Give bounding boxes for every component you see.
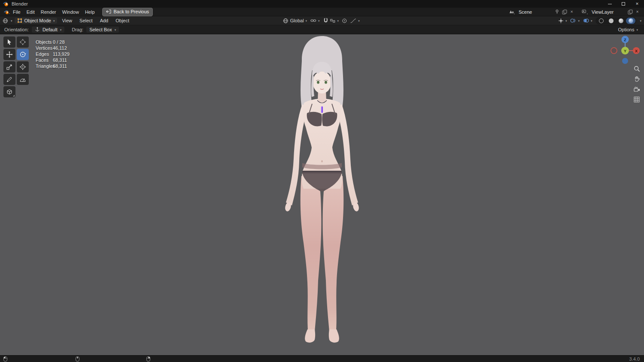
tool-transform[interactable] (17, 61, 29, 72)
grid-ortho-icon (634, 97, 640, 103)
viewlayer-name-field[interactable]: ViewLayer (589, 9, 626, 15)
drag-select[interactable]: Select Box ▾ (86, 27, 119, 33)
stat-label: Edges (36, 52, 53, 57)
magnet-icon (323, 18, 328, 23)
new-viewlayer-icon[interactable] (627, 9, 633, 15)
camera-icon (634, 87, 640, 92)
chevron-down-icon: ▾ (358, 19, 360, 22)
tool-select-box[interactable] (3, 36, 15, 48)
orientation-dropdown[interactable]: Global ▾ (283, 18, 307, 24)
tool-scale[interactable] (3, 61, 15, 72)
menu-render[interactable]: Render (38, 9, 59, 15)
close-button[interactable]: ✕ (630, 0, 644, 8)
viewlayer-browse-icon[interactable] (582, 9, 588, 15)
options-label: Options (618, 27, 635, 32)
options-button[interactable]: Options ▾ (617, 27, 640, 33)
menu-help[interactable]: Help (82, 9, 98, 15)
gizmo-z-label: Z (624, 38, 626, 42)
statistics-overlay: Objects0 / 28 Vertices46,112 Edges113,92… (36, 40, 70, 69)
orientation-value: Default (43, 27, 58, 32)
orientation-label: Orientation: (4, 27, 29, 32)
menu-edit[interactable]: Edit (24, 9, 38, 15)
show-gizmo-toggle[interactable]: ▾ (558, 18, 567, 24)
shading-solid-button[interactable] (606, 18, 616, 24)
toggle-view-button[interactable] (633, 96, 641, 103)
maximize-button[interactable] (617, 0, 630, 8)
menu-add[interactable]: Add (97, 17, 111, 24)
scene-browse-icon[interactable] (509, 9, 515, 15)
stat-value: 68,311 (53, 58, 70, 63)
show-overlays-toggle[interactable]: ▾ (570, 18, 580, 23)
viewport-side-controls (633, 65, 641, 103)
new-scene-icon[interactable] (561, 9, 568, 15)
global-orientation-icon (283, 18, 289, 24)
tool-cursor[interactable] (17, 36, 29, 48)
zoom-button[interactable] (633, 65, 641, 72)
shading-material-button[interactable] (616, 18, 626, 24)
add-cube-icon (6, 88, 13, 95)
snap-link-icon (310, 18, 316, 23)
shading-rendered-button[interactable] (626, 18, 635, 24)
menu-window[interactable]: Window (59, 9, 82, 15)
overlays-icon (570, 18, 576, 23)
title-bar: Blender ✕ (0, 0, 644, 8)
viewlayer-selector: ViewLayer ✕ (582, 9, 641, 15)
pan-button[interactable] (633, 75, 641, 83)
orientation-select[interactable]: Default ▾ (32, 27, 64, 33)
tool-settings-bar: Orientation: Default ▾ Drag: Select Box … (0, 25, 644, 34)
tool-move[interactable] (3, 49, 15, 60)
shading-wireframe-button[interactable] (596, 18, 606, 24)
chevron-down-icon: ▾ (578, 19, 580, 22)
snap-toggle-button[interactable]: ▾ (323, 18, 339, 23)
minimize-button[interactable] (603, 0, 617, 8)
navigation-gizmo[interactable]: Z X Y (609, 34, 641, 67)
falloff-curve-icon (350, 18, 356, 23)
xray-toggle[interactable]: ▾ (583, 18, 592, 23)
proportional-editing-button[interactable] (342, 18, 347, 23)
rendered-icon (629, 18, 633, 23)
menu-object[interactable]: Object (113, 17, 132, 24)
tool-add-cube[interactable] (3, 86, 15, 97)
falloff-dropdown[interactable]: ▾ (350, 18, 360, 23)
gizmo-axis-z-negative[interactable] (622, 58, 628, 64)
editor-type-button[interactable]: ▾ (3, 18, 12, 24)
mode-dropdown[interactable]: Object Mode ▾ (15, 18, 58, 24)
xray-icon (583, 18, 589, 23)
stat-label: Vertices (36, 46, 53, 51)
scene-name-field[interactable]: Scene (516, 9, 553, 15)
zoom-icon (634, 66, 640, 72)
drag-value: Select Box (89, 27, 112, 32)
orientation-mode-label: Global (290, 18, 304, 23)
camera-view-button[interactable] (633, 85, 641, 93)
chevron-down-icon: ▾ (11, 19, 12, 22)
tool-annotate[interactable] (3, 74, 15, 85)
measure-icon (19, 76, 26, 83)
menu-view[interactable]: View (59, 17, 75, 24)
chevron-down-icon: ▾ (115, 28, 116, 31)
shading-options-chevron-icon[interactable]: ▾ (640, 19, 641, 22)
snap-target-dropdown[interactable]: ▾ (310, 18, 320, 23)
stat-value: 0 / 28 (53, 40, 70, 45)
app-menu-icon[interactable] (3, 9, 10, 15)
hand-icon (634, 76, 640, 82)
transform-icon (19, 63, 26, 70)
menu-select[interactable]: Select (77, 17, 95, 24)
chevron-down-icon: ▾ (306, 19, 307, 22)
menu-file[interactable]: File (10, 9, 24, 15)
viewport-3d[interactable]: Objects0 / 28 Vertices46,112 Edges113,92… (0, 34, 644, 355)
stat-value: 68,311 (53, 64, 70, 69)
pin-icon[interactable] (554, 9, 560, 15)
orientation-axis-icon (35, 27, 40, 32)
gizmo-axis-x-negative[interactable] (611, 48, 617, 54)
stat-label: Faces (36, 58, 53, 63)
tool-measure[interactable] (17, 74, 29, 85)
remove-viewlayer-icon[interactable]: ✕ (634, 9, 641, 15)
tool-rotate[interactable] (17, 49, 29, 60)
select-arrow-icon (6, 39, 13, 45)
character-model[interactable] (258, 34, 386, 355)
close-icon: ✕ (635, 2, 639, 6)
proportional-editing-icon (342, 18, 347, 23)
move-icon (6, 51, 13, 58)
unlink-scene-icon[interactable]: ✕ (568, 9, 575, 15)
back-to-previous-button[interactable]: Back to Previous (102, 8, 153, 16)
